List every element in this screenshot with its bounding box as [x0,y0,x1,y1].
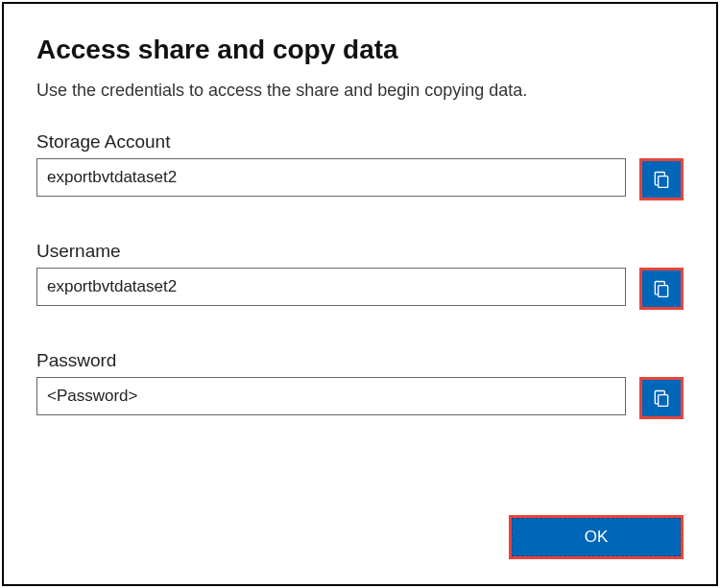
footer: OK [509,515,684,559]
username-input[interactable] [36,268,626,306]
svg-rect-1 [659,286,668,297]
highlight-box: OK [509,515,684,559]
password-label: Password [36,350,684,371]
copy-username-button[interactable] [642,270,681,307]
highlight-box [639,268,684,310]
svg-rect-0 [659,176,668,188]
storage-account-label: Storage Account [36,131,684,153]
copy-password-button[interactable] [642,380,681,416]
ok-button[interactable]: OK [512,518,681,556]
copy-icon [652,279,671,298]
highlight-box [639,158,684,200]
storage-account-group: Storage Account [36,131,684,200]
username-group: Username [36,241,684,310]
page-subtitle: Use the credentials to access the share … [36,81,684,101]
password-input[interactable] [36,377,626,415]
storage-account-input[interactable] [36,158,626,197]
password-group: Password [36,350,684,419]
username-label: Username [36,241,684,262]
copy-storage-button[interactable] [642,161,681,198]
svg-rect-2 [659,395,668,407]
page-title: Access share and copy data [36,35,684,65]
copy-icon [652,388,671,408]
highlight-box [639,377,684,419]
copy-icon [652,170,671,189]
access-share-panel: Access share and copy data Use the crede… [2,2,718,586]
